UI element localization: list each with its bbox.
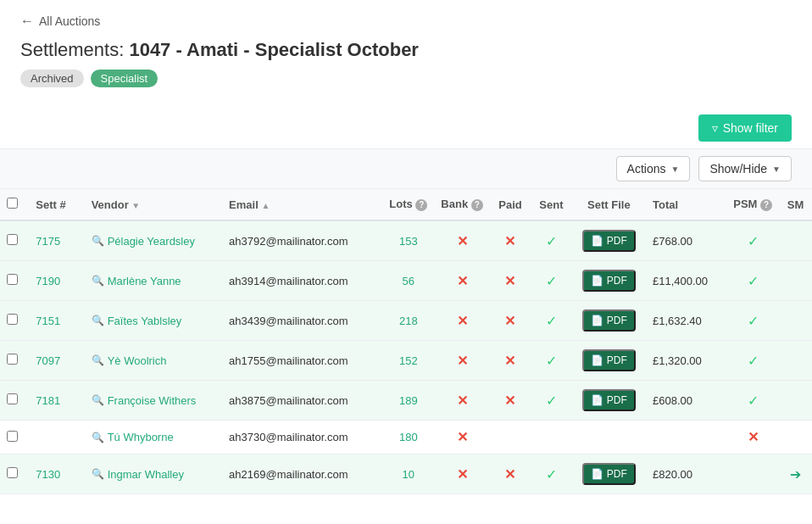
col-header-vendor[interactable]: Vendor ▼ [85, 189, 222, 220]
vendor-name[interactable]: 🔍 Pélagie Yeardsley [85, 220, 222, 261]
col-header-total: Total [646, 189, 726, 220]
row-checkbox-cell [0, 341, 29, 381]
search-icon: 🔍 [92, 468, 104, 480]
pdf-button[interactable]: 📄 PDF [582, 230, 636, 252]
pdf-button[interactable]: 📄 PDF [582, 309, 636, 332]
bank-x-icon: ✕ [457, 430, 468, 444]
col-header-sm: SM [779, 189, 812, 220]
sett-number[interactable]: 7151 [29, 301, 84, 341]
badge-archived: Archived [20, 70, 84, 87]
paid-status [490, 421, 531, 454]
actions-dropdown[interactable]: Actions ▼ [616, 156, 691, 181]
paid-x-icon: ✕ [504, 314, 515, 328]
table-row: 7181 🔍 Françoise Withers ah3875@mailinat… [0, 381, 812, 421]
pdf-button[interactable]: 📄 PDF [582, 463, 636, 485]
sett-number[interactable]: 7097 [29, 341, 84, 381]
sett-file: 📄 PDF [572, 261, 646, 301]
vendor-name[interactable]: 🔍 Faïtes Yablsley [85, 301, 222, 341]
col-header-bank: Bank ? [434, 189, 489, 220]
pdf-button[interactable]: 📄 PDF [582, 349, 636, 371]
total-amount: £608.00 [646, 381, 726, 421]
help-icon-bank[interactable]: ? [471, 199, 483, 211]
sett-number[interactable]: 7181 [29, 381, 84, 421]
sm-status [779, 341, 812, 381]
psm-check-icon: ✓ [748, 274, 759, 288]
col-header-lots: Lots ? [382, 189, 434, 220]
help-icon-lots[interactable]: ? [415, 199, 427, 211]
sm-status [779, 421, 812, 454]
sett-number[interactable]: 7175 [29, 220, 84, 261]
row-checkbox[interactable] [7, 431, 18, 442]
sett-file: 📄 PDF [572, 341, 646, 381]
page: ← All Auctions Settlements: 1047 - Amati… [0, 0, 812, 524]
col-header-email[interactable]: Email ▲ [222, 189, 382, 220]
col-header-sett: Sett # [29, 189, 84, 220]
paid-status: ✕ [490, 454, 531, 494]
pdf-button[interactable]: 📄 PDF [582, 389, 636, 411]
vendor-email: ah3875@mailinator.com [222, 381, 382, 421]
select-all-checkbox[interactable] [7, 198, 18, 209]
vendor-email: ah3914@mailinator.com [222, 261, 382, 301]
psm-status: ✓ [726, 341, 779, 381]
sett-number[interactable]: 7190 [29, 261, 84, 301]
table-container: Sett # Vendor ▼ Email ▲ Lots ? [0, 189, 812, 494]
paid-x-icon: ✕ [504, 274, 515, 288]
col-header-psm: PSM ? [726, 189, 779, 220]
sm-status [779, 220, 812, 261]
sett-file: 📄 PDF [572, 220, 646, 261]
showhide-dropdown[interactable]: Show/Hide ▼ [698, 156, 792, 181]
vendor-name[interactable]: 🔍 Marlène Yanne [85, 261, 222, 301]
row-checkbox-cell [0, 301, 29, 341]
sent-status: ✓ [531, 454, 572, 494]
sort-icon: ▼ [131, 201, 140, 210]
page-title: Settlements: 1047 - Amati - Specialist O… [20, 39, 792, 61]
row-checkbox[interactable] [7, 467, 18, 478]
sent-status: ✓ [531, 341, 572, 381]
back-link[interactable]: ← All Auctions [20, 14, 792, 29]
show-filter-button[interactable]: ▿ Show filter [698, 114, 792, 142]
row-checkbox[interactable] [7, 393, 18, 404]
sent-status: ✓ [531, 261, 572, 301]
row-checkbox[interactable] [7, 314, 18, 325]
col-header-sent: Sent [531, 189, 572, 220]
bank-status: ✕ [434, 301, 489, 341]
table-row: 7151 🔍 Faïtes Yablsley ah3439@mailinator… [0, 301, 812, 341]
table-row: 🔍 Tú Whyborne ah3730@mailinator.com180✕✕ [0, 421, 812, 454]
row-checkbox[interactable] [7, 354, 18, 365]
vendor-email: ah3792@mailinator.com [222, 220, 382, 261]
actions-label: Actions [627, 162, 666, 176]
sm-status [779, 381, 812, 421]
header: ← All Auctions Settlements: 1047 - Amati… [0, 0, 812, 108]
total-amount: £1,320.00 [646, 341, 726, 381]
pdf-button[interactable]: 📄 PDF [582, 270, 636, 292]
sent-status [531, 421, 572, 454]
search-icon: 🔍 [92, 315, 104, 326]
sett-number[interactable]: 7130 [29, 454, 84, 494]
bank-status: ✕ [434, 454, 489, 494]
bank-x-icon: ✕ [457, 274, 468, 288]
vendor-name[interactable]: 🔍 Françoise Withers [85, 381, 222, 421]
sent-status: ✓ [531, 301, 572, 341]
paid-status: ✕ [490, 381, 531, 421]
sent-check-icon: ✓ [546, 234, 557, 248]
vendor-name[interactable]: 🔍 Tú Whyborne [85, 421, 222, 454]
back-arrow-icon: ← [20, 14, 34, 29]
psm-status: ✓ [726, 220, 779, 261]
bank-status: ✕ [434, 261, 489, 301]
total-amount: £11,400.00 [646, 261, 726, 301]
vendor-name[interactable]: 🔍 Yè Woolrich [85, 341, 222, 381]
col-header-paid: Paid [490, 189, 531, 220]
sent-status: ✓ [531, 220, 572, 261]
bank-x-icon: ✕ [457, 393, 468, 408]
row-checkbox[interactable] [7, 234, 18, 245]
row-checkbox[interactable] [7, 274, 18, 285]
row-checkbox-cell [0, 220, 29, 261]
help-icon-psm[interactable]: ? [760, 199, 772, 211]
psm-status [726, 454, 779, 494]
table-row: 7097 🔍 Yè Woolrich ah1755@mailinator.com… [0, 341, 812, 381]
vendor-name[interactable]: 🔍 Ingmar Whalley [85, 454, 222, 494]
login-icon: ➔ [790, 467, 801, 482]
vendor-email: ah2169@mailinator.com [222, 454, 382, 494]
total-amount: £820.00 [646, 454, 726, 494]
title-main: 1047 - Amati - Specialist October [129, 39, 419, 60]
